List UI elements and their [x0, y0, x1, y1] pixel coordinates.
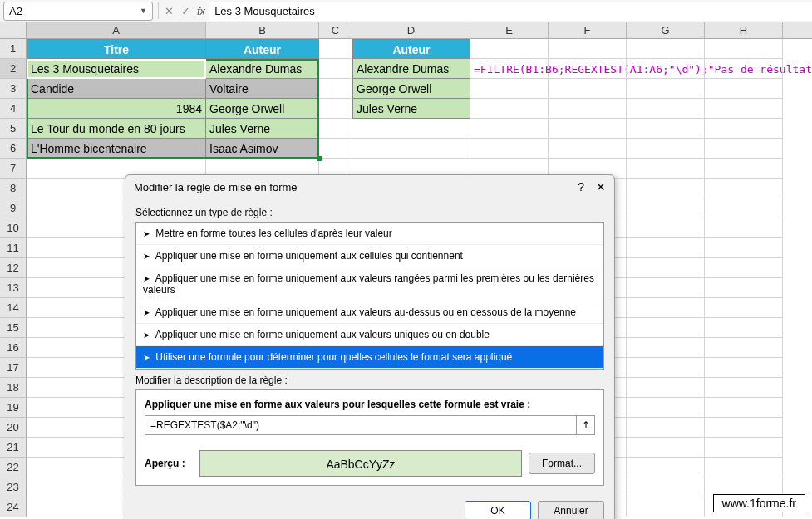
row-header[interactable]: 20 — [0, 418, 27, 438]
cell-E3[interactable] — [470, 79, 549, 99]
cell-F6[interactable] — [549, 139, 627, 159]
cell-F3[interactable] — [549, 79, 627, 99]
cancel-icon[interactable]: ✕ — [160, 5, 177, 17]
cell-G23[interactable] — [627, 477, 705, 497]
row-header[interactable]: 7 — [0, 159, 27, 179]
cell-A6[interactable]: L'Homme bicentenaire — [27, 139, 206, 159]
cell-H21[interactable] — [705, 438, 783, 458]
cell-H8[interactable] — [705, 179, 783, 198]
row-header[interactable]: 17 — [0, 358, 27, 378]
select-all-corner[interactable] — [0, 22, 27, 38]
row-header[interactable]: 8 — [0, 179, 27, 198]
cell-B4[interactable]: George Orwell — [206, 99, 319, 119]
row-header[interactable]: 4 — [0, 99, 27, 119]
cell-G10[interactable] — [627, 218, 705, 238]
cell-G21[interactable] — [627, 438, 705, 458]
cell-C1[interactable] — [319, 39, 352, 59]
row-header[interactable]: 22 — [0, 458, 27, 477]
cell-H4[interactable] — [705, 99, 783, 119]
row-header[interactable]: 21 — [0, 438, 27, 458]
row-header[interactable]: 16 — [0, 338, 27, 358]
cell-E2[interactable]: =FILTRE(B1:B6;REGEXTEST(A1:A6;"\d");"Pas… — [470, 59, 549, 79]
row-header[interactable]: 6 — [0, 139, 27, 159]
selection-handle[interactable] — [317, 156, 322, 161]
cell-C4[interactable] — [319, 99, 352, 119]
cell-G22[interactable] — [627, 458, 705, 477]
chevron-down-icon[interactable]: ▼ — [140, 7, 147, 15]
row-header[interactable]: 2 — [0, 59, 27, 79]
cell-D6[interactable] — [352, 139, 470, 159]
cell-G13[interactable] — [627, 278, 705, 298]
row-header[interactable]: 9 — [0, 198, 27, 218]
col-header-G[interactable]: G — [627, 22, 705, 38]
cell-H10[interactable] — [705, 218, 783, 238]
row-header[interactable]: 15 — [0, 318, 27, 338]
cell-G15[interactable] — [627, 318, 705, 338]
cell-B6[interactable]: Isaac Asimov — [206, 139, 319, 159]
col-header-H[interactable]: H — [705, 22, 783, 38]
cell-C6[interactable] — [319, 139, 352, 159]
cell-H6[interactable] — [705, 139, 783, 159]
rule-type-item[interactable]: ➤ Utiliser une formule pour déterminer p… — [136, 346, 603, 369]
range-picker-icon[interactable]: ↥ — [576, 416, 594, 434]
cell-D4[interactable]: Jules Verne — [352, 99, 470, 119]
cell-B1[interactable]: Auteur — [206, 39, 319, 59]
col-header-F[interactable]: F — [549, 22, 627, 38]
cell-H17[interactable] — [705, 358, 783, 378]
cell-G16[interactable] — [627, 338, 705, 358]
cell-H15[interactable] — [705, 318, 783, 338]
cell-E1[interactable] — [470, 39, 549, 59]
cell-G14[interactable] — [627, 298, 705, 318]
cell-G2[interactable] — [627, 59, 705, 79]
cell-F1[interactable] — [549, 39, 627, 59]
cell-E6[interactable] — [470, 139, 549, 159]
cell-C2[interactable] — [319, 59, 352, 79]
cell-H7[interactable] — [705, 159, 783, 179]
row-header[interactable]: 13 — [0, 278, 27, 298]
cell-G8[interactable] — [627, 179, 705, 198]
cell-H5[interactable] — [705, 119, 783, 139]
cell-H18[interactable] — [705, 378, 783, 398]
cell-G1[interactable] — [627, 39, 705, 59]
row-header[interactable]: 3 — [0, 79, 27, 99]
cell-C5[interactable] — [319, 119, 352, 139]
cell-G9[interactable] — [627, 198, 705, 218]
cell-G19[interactable] — [627, 398, 705, 418]
cell-H22[interactable] — [705, 458, 783, 477]
cell-B5[interactable]: Jules Verne — [206, 119, 319, 139]
cancel-button[interactable]: Annuler — [538, 501, 604, 519]
col-header-D[interactable]: D — [352, 22, 470, 38]
cell-G12[interactable] — [627, 258, 705, 278]
col-header-A[interactable]: A — [27, 22, 206, 38]
cell-E5[interactable] — [470, 119, 549, 139]
col-header-C[interactable]: C — [319, 22, 352, 38]
help-icon[interactable]: ? — [578, 180, 584, 193]
cell-G6[interactable] — [627, 139, 705, 159]
cell-G11[interactable] — [627, 238, 705, 258]
row-header[interactable]: 19 — [0, 398, 27, 418]
col-header-E[interactable]: E — [470, 22, 549, 38]
cell-F2[interactable] — [549, 59, 627, 79]
cell-A1[interactable]: Titre — [27, 39, 206, 59]
rule-type-item[interactable]: ➤ Mettre en forme toutes les cellules d'… — [136, 223, 603, 245]
rule-type-item[interactable]: ➤ Appliquer une mise en forme uniquement… — [136, 324, 603, 346]
cell-B3[interactable]: Voltaire — [206, 79, 319, 99]
row-header[interactable]: 24 — [0, 497, 27, 517]
rule-type-item[interactable]: ➤ Appliquer une mise en forme uniquement… — [136, 267, 603, 301]
rule-type-item[interactable]: ➤ Appliquer une mise en forme uniquement… — [136, 301, 603, 324]
cell-G3[interactable] — [627, 79, 705, 99]
cell-A5[interactable]: Le Tour du monde en 80 jours — [27, 119, 206, 139]
cell-D5[interactable] — [352, 119, 470, 139]
row-header[interactable]: 12 — [0, 258, 27, 278]
cell-F4[interactable] — [549, 99, 627, 119]
row-header[interactable]: 18 — [0, 378, 27, 398]
col-header-B[interactable]: B — [206, 22, 319, 38]
close-icon[interactable]: ✕ — [596, 180, 606, 193]
cell-E4[interactable] — [470, 99, 549, 119]
row-header[interactable]: 23 — [0, 477, 27, 497]
cell-D3[interactable]: George Orwell — [352, 79, 470, 99]
cell-H9[interactable] — [705, 198, 783, 218]
row-header[interactable]: 10 — [0, 218, 27, 238]
format-button[interactable]: Format... — [529, 453, 595, 474]
cell-H12[interactable] — [705, 258, 783, 278]
